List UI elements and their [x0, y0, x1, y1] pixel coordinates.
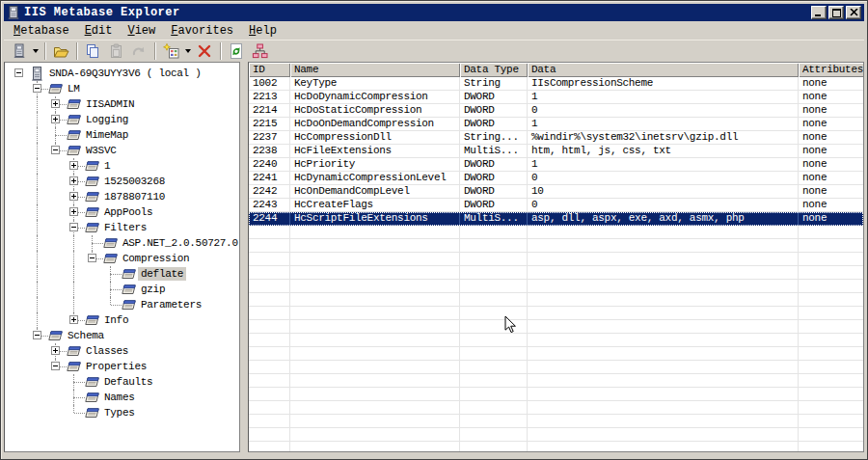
menu-edit[interactable]: Edit: [77, 22, 121, 40]
paste-icon: [108, 43, 123, 59]
connect-button[interactable]: [7, 41, 30, 62]
tree-row: 1525003268: [5, 174, 239, 189]
open-button[interactable]: [49, 41, 72, 62]
tree-expand-toggle[interactable]: [69, 176, 78, 185]
cell-id: 2215: [249, 118, 290, 131]
tree-item-types[interactable]: Types: [101, 406, 138, 419]
tree-item-1[interactable]: 1: [101, 159, 113, 173]
table-row-empty: [249, 415, 863, 428]
table-row[interactable]: 1002KeyTypeStringIIsCompressionSchemenon…: [249, 77, 863, 91]
tree-expand-toggle[interactable]: [51, 99, 60, 108]
tree-item-asp-net-2-0-50727-0[interactable]: ASP.NET_2.0.50727.0: [120, 236, 240, 250]
cell-name: [290, 280, 460, 293]
tree-item-1878807110[interactable]: 1878807110: [101, 190, 168, 203]
maximize-button[interactable]: [828, 6, 844, 19]
tree-expand-toggle[interactable]: [69, 207, 78, 216]
refresh-button[interactable]: [225, 41, 248, 62]
table-row[interactable]: 2240HcPriorityDWORD1none: [249, 158, 863, 172]
tree-guide-line: [37, 282, 38, 297]
menu-favorites[interactable]: Favorites: [163, 22, 241, 40]
tree-guide-line: [37, 189, 38, 204]
column-header-data-type[interactable]: Data Type: [460, 63, 528, 77]
cell-data: 1: [528, 91, 799, 104]
tree-collapse-toggle[interactable]: [51, 146, 60, 154]
tree-guide-line: [92, 235, 93, 243]
tree-item-compression[interactable]: Compression: [120, 252, 192, 265]
tree-item-deflate[interactable]: deflate: [138, 267, 186, 281]
metabase-key-icon: [84, 406, 99, 421]
cell-name: [290, 293, 460, 307]
tree-collapse-toggle[interactable]: [88, 254, 96, 262]
menu-help[interactable]: Help: [241, 22, 285, 40]
tree-expand-toggle[interactable]: [69, 192, 78, 201]
tree-item-parameters[interactable]: Parameters: [138, 298, 204, 311]
splitter[interactable]: [240, 62, 248, 452]
metabase-key-icon: [84, 159, 99, 175]
tree-item-apppools[interactable]: AppPools: [101, 205, 155, 219]
tree-item-logging[interactable]: Logging: [83, 113, 131, 126]
tree-item-defaults[interactable]: Defaults: [101, 375, 155, 389]
cell-data-type: [460, 442, 528, 452]
tree-item-1525003268[interactable]: 1525003268: [101, 175, 168, 188]
tree-item-iisadmin[interactable]: IISADMIN: [83, 97, 137, 111]
metabase-key-icon: [66, 128, 81, 144]
tree-expand-toggle[interactable]: [51, 115, 60, 123]
table-row[interactable]: 2243HcCreateFlagsDWORD0none: [249, 199, 863, 212]
tree-item-classes[interactable]: Classes: [83, 344, 131, 358]
metabase-key-icon: [102, 252, 118, 267]
tree-item-info[interactable]: Info: [101, 313, 131, 327]
table-row-empty: [249, 239, 863, 253]
table-row[interactable]: 2214HcDoStaticCompressionDWORD0none: [249, 104, 863, 118]
tree-row: MimeMap: [5, 127, 239, 143]
tree-item-gzip[interactable]: gzip: [138, 283, 168, 296]
tree-item-properties[interactable]: Properties: [83, 360, 149, 373]
tree-item-schema[interactable]: Schema: [65, 329, 107, 342]
titlebar[interactable]: IIS Metabase Explorer: [4, 4, 864, 21]
table-row[interactable]: 2238HcFileExtensionsMultiS...htm, html, …: [249, 145, 863, 158]
cell-data: [528, 415, 799, 428]
table-row[interactable]: 2213HcDoDynamicCompressionDWORD1none: [249, 91, 863, 104]
tree-collapse-toggle[interactable]: [51, 362, 60, 370]
connect-dropdown[interactable]: [30, 41, 41, 62]
menu-metabase[interactable]: Metabase: [6, 22, 77, 40]
cell-name: [290, 226, 460, 239]
table-row[interactable]: 2237HcCompressionDllString...%windir%\sy…: [249, 131, 863, 145]
tree-expand-toggle[interactable]: [69, 315, 78, 324]
minimize-button[interactable]: [811, 6, 827, 19]
tree-item-snda-69q3uyy3v6-local[interactable]: SNDA-69Q3UYY3V6 ( local ): [46, 67, 204, 80]
tree-expand-toggle[interactable]: [51, 346, 60, 355]
table-row-empty: [249, 401, 863, 415]
tree-row: SNDA-69Q3UYY3V6 ( local ): [5, 66, 239, 81]
table-row[interactable]: 2242HcOnDemandCompLevelDWORD10none: [249, 185, 863, 199]
tree-guide-line: [55, 135, 56, 143]
tree-expand-toggle[interactable]: [69, 161, 78, 170]
delete-button[interactable]: [193, 41, 216, 62]
tree-view-button[interactable]: [248, 41, 271, 62]
tree-collapse-toggle[interactable]: [33, 331, 41, 339]
tree-item-lm[interactable]: LM: [65, 82, 83, 95]
tree-item-mimemap[interactable]: MimeMap: [83, 128, 131, 142]
column-header-name[interactable]: Name: [290, 63, 460, 77]
column-header-attributes[interactable]: Attributes: [799, 63, 864, 77]
menu-view[interactable]: View: [120, 22, 163, 40]
table-row[interactable]: 2241HcDynamicCompressionLevelDWORD0none: [249, 172, 863, 185]
close-button[interactable]: [846, 6, 861, 19]
copy-button[interactable]: [81, 41, 104, 62]
table-row[interactable]: 2215HcDoOnDemandCompressionDWORD1none: [249, 118, 863, 131]
tree-collapse-toggle[interactable]: [14, 68, 23, 77]
tree-item-filters[interactable]: Filters: [101, 221, 149, 234]
tree-item-names[interactable]: Names: [101, 391, 138, 404]
tree-collapse-toggle[interactable]: [69, 223, 78, 231]
new-key-dropdown[interactable]: [182, 41, 193, 62]
column-header-id[interactable]: ID: [249, 63, 290, 77]
tree-item-w3svc[interactable]: W3SVC: [83, 144, 120, 157]
new-key-button[interactable]: [159, 41, 182, 62]
client-area: SNDA-69Q3UYY3V6 ( local )LMIISADMINLoggi…: [4, 62, 864, 452]
paste-button[interactable]: [104, 41, 127, 62]
table-row[interactable]: 2244HcScriptFileExtensionsMultiS...asp, …: [249, 212, 863, 226]
app-window: IIS Metabase Explorer MetabaseEditViewFa…: [0, 0, 868, 460]
column-header-data[interactable]: Data: [528, 63, 799, 77]
undo-button[interactable]: [127, 41, 150, 62]
cell-id: [249, 388, 290, 401]
tree-collapse-toggle[interactable]: [33, 84, 41, 93]
